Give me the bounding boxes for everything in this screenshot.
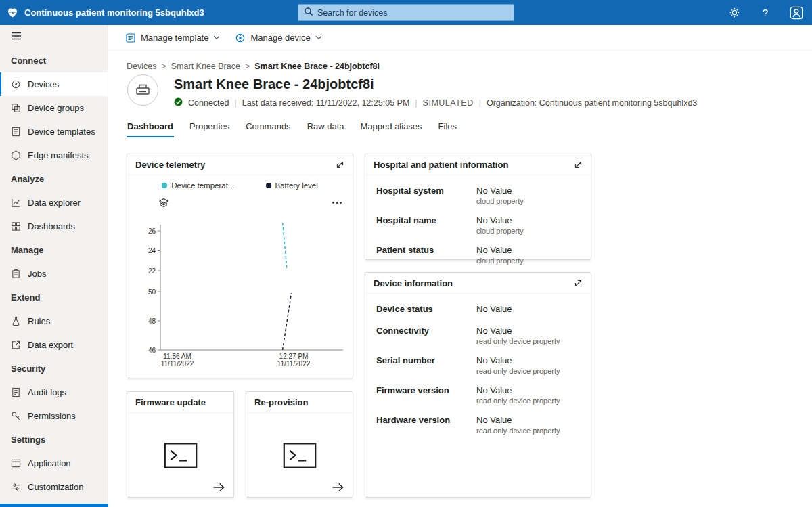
sidebar-item-devices[interactable]: Devices — [0, 72, 108, 96]
property-row: Device status No Value — [365, 304, 591, 315]
expand-icon[interactable] — [574, 160, 583, 169]
manage-template-button[interactable]: Manage template — [125, 32, 220, 43]
app-title: Continuous patient monitoring 5sbquhlxd3 — [24, 7, 204, 18]
svg-text:11:56 AM: 11:56 AM — [163, 353, 191, 360]
sidebar-item-label: Edge manifests — [28, 150, 89, 160]
device-tabs: Dashboard Properties Commands Raw data M… — [127, 118, 457, 137]
account-person-icon[interactable] — [788, 4, 805, 22]
property-label: Firmware version — [376, 385, 476, 405]
tab-raw-data[interactable]: Raw data — [307, 118, 345, 137]
hospital-info-card: Hospital and patient information Hospita… — [365, 154, 591, 260]
sidebar-item-label: Jobs — [28, 269, 46, 279]
device-status-row: Connected | Last data received: 11/11/20… — [174, 97, 697, 108]
card-header: Re-provision — [246, 392, 353, 413]
device-search[interactable] — [298, 4, 514, 21]
expand-icon[interactable] — [336, 160, 344, 169]
sidebar-item-audit-logs[interactable]: Audit logs — [0, 380, 108, 404]
chart-controls — [127, 198, 353, 208]
property-kind: cloud property — [476, 227, 524, 235]
tab-dashboard[interactable]: Dashboard — [127, 118, 174, 137]
property-row: Hardware version No Valueread only devic… — [365, 415, 591, 435]
chevron-down-icon — [315, 35, 322, 40]
sidebar-item-data-export[interactable]: Data export — [0, 333, 108, 357]
property-label: Serial number — [376, 355, 476, 375]
app-logo-heart-icon[interactable] — [6, 7, 19, 19]
device-templates-icon — [11, 127, 21, 137]
breadcrumb-separator: > — [161, 62, 166, 71]
rules-icon — [11, 316, 21, 326]
breadcrumb-template[interactable]: Smart Knee Brace — [171, 62, 240, 71]
notification-strip — [0, 504, 108, 507]
status-separator: | — [234, 98, 236, 108]
sidebar-item-dashboards[interactable]: Dashboards — [0, 215, 108, 238]
tab-files[interactable]: Files — [438, 118, 457, 137]
tab-properties[interactable]: Properties — [189, 118, 230, 137]
property-kind: read only device property — [476, 397, 560, 405]
audit-logs-icon — [11, 387, 21, 397]
sidebar-collapse-button[interactable] — [0, 25, 108, 49]
manage-device-button[interactable]: Manage device — [235, 32, 321, 43]
sidebar-item-data-explorer[interactable]: Data explorer — [0, 191, 108, 215]
legend-item-battery[interactable]: Battery level — [266, 181, 318, 190]
property-label: Patient status — [376, 245, 476, 265]
legend-item-temperature[interactable]: Device temperat... — [162, 181, 234, 190]
layers-icon[interactable] — [158, 198, 169, 208]
svg-text:11/11/2022: 11/11/2022 — [161, 360, 194, 368]
svg-text:26: 26 — [148, 227, 156, 235]
legend-label: Device temperat... — [171, 181, 234, 190]
expand-icon[interactable] — [574, 279, 583, 288]
command-card-body — [127, 413, 233, 498]
breadcrumb-devices[interactable]: Devices — [127, 62, 156, 71]
property-row: Connectivity No Valueread only device pr… — [365, 326, 591, 345]
sidebar-section-settings: Settings — [0, 428, 108, 451]
property-kind: cloud property — [476, 197, 524, 205]
help-icon[interactable]: ? — [757, 4, 774, 22]
organization-label: Organization: Continuous patient monitor… — [487, 98, 697, 108]
device-avatar — [127, 74, 158, 106]
connected-check-icon — [174, 97, 183, 108]
sidebar-item-permissions[interactable]: Permissions — [0, 404, 108, 428]
firmware-update-card: Firmware update — [127, 391, 234, 498]
sidebar-item-device-groups[interactable]: Device groups — [0, 96, 108, 120]
sidebar-item-edge-manifests[interactable]: Edge manifests — [0, 144, 108, 167]
search-input[interactable] — [317, 8, 508, 18]
sidebar-item-label: Dashboards — [28, 221, 75, 232]
property-value: No Value — [476, 185, 524, 196]
customization-sliders-icon — [11, 482, 21, 492]
temperature-series-dot — [162, 183, 167, 188]
property-value: No Value — [476, 304, 512, 314]
device-info-card: Device information Device status No Valu… — [365, 272, 591, 498]
card-title: Hospital and patient information — [374, 160, 508, 170]
run-command-arrow-icon[interactable] — [212, 483, 225, 492]
sidebar-item-rules[interactable]: Rules — [0, 309, 108, 333]
card-header: Device information — [365, 273, 591, 294]
property-value: No Value — [476, 385, 560, 395]
hamburger-icon — [11, 31, 22, 43]
sidebar-item-customization[interactable]: Customization — [0, 475, 108, 499]
manage-device-icon — [235, 32, 246, 43]
sidebar-section-security: Security — [0, 357, 108, 380]
settings-gear-icon[interactable] — [725, 4, 743, 22]
sidebar-item-jobs[interactable]: Jobs — [0, 262, 108, 286]
svg-text:48: 48 — [148, 317, 156, 325]
property-row: Patient status No Valuecloud property — [365, 245, 591, 265]
manage-template-label: Manage template — [141, 32, 208, 43]
run-command-arrow-icon[interactable] — [332, 483, 344, 492]
property-kind: read only device property — [476, 367, 560, 375]
property-value: No Value — [476, 326, 560, 336]
page-title: Smart Knee Brace - 24bjobtcf8i — [174, 76, 374, 92]
status-separator: | — [479, 98, 481, 108]
sidebar-section-connect: Connect — [0, 49, 108, 72]
command-card-body — [246, 413, 353, 498]
property-kind: cloud property — [476, 257, 524, 265]
tab-mapped-aliases[interactable]: Mapped aliases — [360, 118, 423, 137]
card-header: Device telemetry — [127, 154, 353, 175]
property-value: No Value — [476, 215, 524, 225]
tab-commands[interactable]: Commands — [245, 118, 291, 137]
sidebar-item-device-templates[interactable]: Device templates — [0, 120, 108, 144]
manage-template-icon — [125, 32, 136, 43]
more-options-icon[interactable] — [332, 201, 342, 204]
svg-text:50: 50 — [148, 288, 156, 296]
topbar-actions: ? — [725, 0, 805, 25]
sidebar-item-application[interactable]: Application — [0, 451, 108, 475]
